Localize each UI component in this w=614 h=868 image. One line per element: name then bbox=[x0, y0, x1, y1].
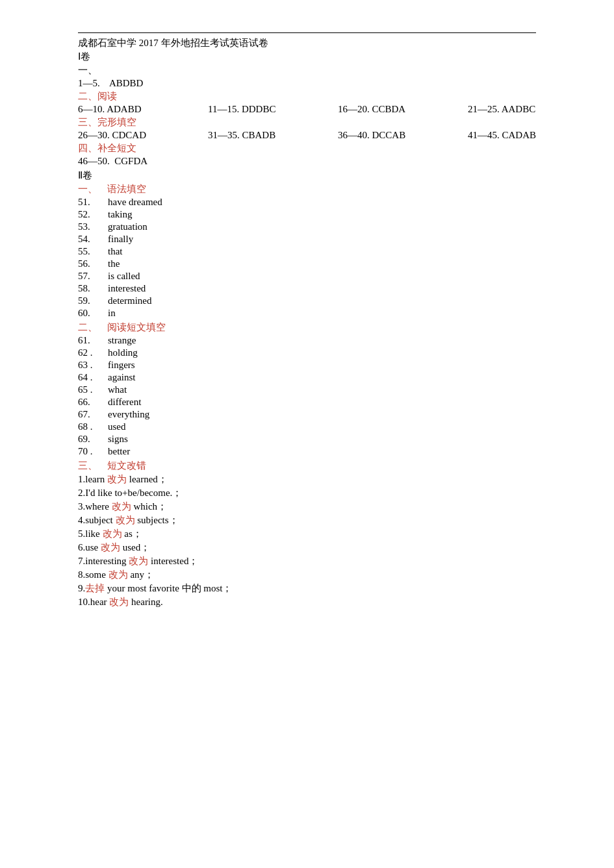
correction-5: 5.like 改为 as； bbox=[78, 528, 536, 540]
item-64: 64 . against bbox=[78, 372, 536, 383]
item-60: 60. in bbox=[78, 308, 536, 319]
item-61: 61. strange bbox=[78, 335, 536, 346]
item-53: 53. gratuation bbox=[78, 221, 536, 232]
vol2-section-3-header: 三、 短文改错 bbox=[78, 460, 536, 472]
item-56: 56. the bbox=[78, 258, 536, 269]
item-68: 68 . used bbox=[78, 421, 536, 432]
item-63: 63 . fingers bbox=[78, 360, 536, 371]
page-title: 成都石室中学 2017 年外地招生考试英语试卷 bbox=[78, 37, 536, 49]
answer-26-45: 26—30. CDCAD 31—35. CBADB 36—40. DCCAB 4… bbox=[78, 130, 536, 141]
section-2-header: 二、阅读 bbox=[78, 90, 536, 103]
correction-9: 9.去掉 your most favorite 中的 most； bbox=[78, 582, 536, 595]
item-66: 66. different bbox=[78, 397, 536, 408]
item-69: 69. signs bbox=[78, 434, 536, 445]
item-55: 55. that bbox=[78, 246, 536, 257]
vol1-header: Ⅰ卷 bbox=[78, 51, 536, 63]
top-divider bbox=[78, 32, 536, 33]
section-3-header: 三、完形填空 bbox=[78, 116, 536, 129]
item-51: 51. have dreamed bbox=[78, 197, 536, 208]
item-52: 52. taking bbox=[78, 209, 536, 220]
item-65: 65 . what bbox=[78, 384, 536, 395]
item-58: 58. interested bbox=[78, 283, 536, 294]
answer-46-50: 46—50. CGFDA bbox=[78, 156, 536, 167]
vol2-section-2-header: 二、 阅读短文填空 bbox=[78, 321, 536, 334]
item-70: 70 . better bbox=[78, 446, 536, 457]
vol2-section-1-header: 一、 语法填空 bbox=[78, 183, 536, 195]
vol2-section-1: 一、 语法填空 51. have dreamed 52. taking 53. … bbox=[78, 183, 536, 319]
vol2-section-2: 二、 阅读短文填空 61. strange 62 . holding 63 . … bbox=[78, 321, 536, 457]
answer-6-25: 6—10. ADABD 11—15. DDDBC 16—20. CCBDA 21… bbox=[78, 104, 536, 115]
section-4-header: 四、补全短文 bbox=[78, 142, 536, 155]
correction-3: 3.where 改为 which； bbox=[78, 501, 536, 513]
correction-10: 10.hear 改为 hearing. bbox=[78, 596, 536, 608]
item-62: 62 . holding bbox=[78, 347, 536, 358]
correction-2: 2.I'd like to+be/become.； bbox=[78, 487, 536, 499]
item-59: 59. determined bbox=[78, 295, 536, 306]
vol2-header: Ⅱ卷 bbox=[78, 169, 536, 182]
item-67: 67. everything bbox=[78, 409, 536, 420]
correction-4: 4.subject 改为 subjects； bbox=[78, 514, 536, 527]
section-1-header: 一、 bbox=[78, 64, 536, 77]
answer-1-5: 1—5. ABDBD bbox=[78, 78, 536, 89]
vol2-section-3: 三、 短文改错 1.learn 改为 learned； 2.I'd like t… bbox=[78, 460, 536, 608]
correction-7: 7.interesting 改为 interested； bbox=[78, 555, 536, 567]
correction-1: 1.learn 改为 learned； bbox=[78, 473, 536, 486]
item-54: 54. finally bbox=[78, 234, 536, 245]
correction-8: 8.some 改为 any； bbox=[78, 569, 536, 581]
item-57: 57. is called bbox=[78, 271, 536, 282]
correction-6: 6.use 改为 used； bbox=[78, 541, 536, 554]
